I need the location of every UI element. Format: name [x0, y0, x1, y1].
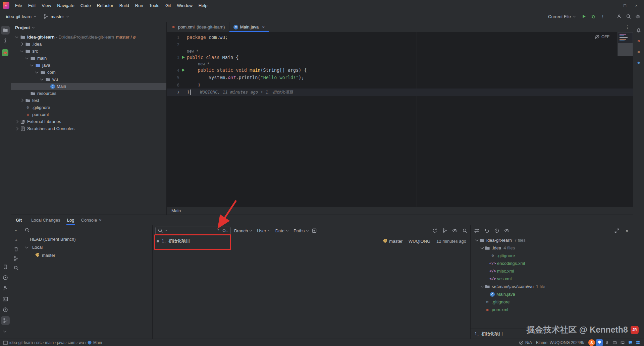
status-breadcrumb-main[interactable]: CMain	[87, 340, 102, 345]
git-button[interactable]	[1, 316, 10, 325]
regex-toggle[interactable]: *	[217, 228, 220, 233]
breadcrumb-item-main[interactable]: Main	[171, 208, 181, 213]
keyboard-icon[interactable]	[611, 339, 618, 346]
chevron-down-icon[interactable]	[25, 245, 29, 248]
filter-dropdown-branch[interactable]: Branch	[234, 228, 252, 233]
inline-blame-hint[interactable]: WUQIONG, 11 minutes ago • 1、初始化项目	[200, 90, 293, 95]
add-icon[interactable]: +	[13, 237, 19, 242]
menu-build[interactable]: Build	[116, 2, 132, 9]
refresh-icon[interactable]	[432, 228, 437, 233]
commit-file-gitignore[interactable]: ⊘.gitignore	[471, 298, 633, 306]
commit-file-encodings-xml[interactable]: </>encodings.xml	[471, 260, 633, 267]
collaborate-icon[interactable]	[616, 14, 622, 19]
image-icon[interactable]	[619, 339, 626, 346]
chevron-down-icon[interactable]	[475, 238, 479, 241]
commit-file-vcs-xml[interactable]: </>vcs.xml	[471, 275, 633, 283]
git-tab-local-changes[interactable]: Local Changes	[28, 215, 64, 225]
project-tree-item-wu[interactable]: wu	[11, 76, 166, 83]
chevron-right-icon[interactable]	[20, 99, 23, 102]
close-icon[interactable]: ×	[624, 228, 630, 233]
start-grid-icon[interactable]	[635, 339, 641, 346]
maximize-icon[interactable]: □	[619, 1, 631, 10]
menu-git[interactable]: Git	[162, 2, 174, 9]
chevron-down-icon[interactable]	[15, 35, 18, 38]
menu-view[interactable]: View	[39, 2, 54, 9]
status-breadcrumb-java[interactable]: java	[57, 340, 64, 345]
maven-button[interactable]: m	[634, 37, 643, 45]
branch-widget[interactable]: master	[41, 12, 71, 20]
filter-dropdown-paths[interactable]: Paths	[293, 228, 308, 233]
database-button[interactable]: ●	[634, 47, 643, 56]
filter-dropdown-user[interactable]: User	[257, 228, 270, 233]
search-icon[interactable]	[626, 14, 631, 19]
chevron-more-button[interactable]	[1, 327, 10, 336]
more-vertical-icon[interactable]: ⋮	[600, 14, 605, 19]
chevron-right-icon[interactable]	[20, 43, 23, 46]
menu-window[interactable]: Window	[174, 2, 196, 9]
code-editor[interactable]: OFF 1package com.wu;2new *3public class …	[167, 32, 633, 207]
bookmarks-button[interactable]	[1, 263, 10, 271]
menu-file[interactable]: File	[12, 2, 25, 9]
chevron-right-icon[interactable]	[15, 127, 18, 130]
close-tab-icon[interactable]: ×	[262, 24, 265, 30]
editor-tab-main-java[interactable]: CMain.java×	[229, 22, 269, 32]
commit-row[interactable]: 1、初始化项目masterWUQIONG12 minutes ago	[153, 236, 470, 246]
git-inlay-hint[interactable]: new *	[198, 62, 210, 66]
preview-icon[interactable]	[504, 228, 509, 233]
minimize-icon[interactable]: –	[608, 1, 619, 10]
delete-icon[interactable]	[13, 246, 19, 252]
run-configuration-selector[interactable]: Current File	[545, 13, 578, 20]
project-tree-item-external-libraries[interactable]: External Libraries	[11, 118, 166, 125]
status-breadcrumb-src[interactable]: src	[36, 340, 42, 345]
status-breadcrumb-com[interactable]: com	[68, 340, 75, 345]
chat-icon[interactable]	[627, 339, 634, 346]
commit-file-idea-git-learn[interactable]: idea-git-learn7 files	[471, 236, 633, 244]
project-tree-item-test[interactable]: test	[11, 97, 166, 104]
settings-icon[interactable]	[635, 14, 641, 19]
chevron-down-icon[interactable]	[30, 63, 34, 66]
chevron-down-icon[interactable]	[35, 70, 39, 73]
menu-refactor[interactable]: Refactor	[94, 2, 116, 9]
expand-icon[interactable]	[614, 228, 620, 233]
project-tree-item-scratches-and-consoles[interactable]: Scratches and Consoles	[11, 125, 166, 132]
branch-icon[interactable]	[13, 256, 19, 261]
commit-file-misc-xml[interactable]: </>misc.xml	[471, 267, 633, 275]
run-line-icon[interactable]	[180, 67, 186, 73]
compare-branches-icon[interactable]	[442, 228, 447, 233]
menu-code[interactable]: Code	[77, 2, 94, 9]
chevron-down-icon[interactable]	[25, 56, 29, 59]
branch-item-head[interactable]: HEAD (Current Branch)	[21, 235, 152, 243]
run-icon[interactable]	[581, 14, 587, 19]
menu-run[interactable]: Run	[132, 2, 146, 9]
blame-status[interactable]: Blame: WUQIONG 2024/9/	[536, 340, 584, 345]
open-new-tab-icon[interactable]	[312, 228, 317, 233]
commit-branch-tag[interactable]: master	[382, 238, 402, 244]
build-button[interactable]	[1, 284, 10, 293]
mic-icon[interactable]	[604, 339, 610, 346]
commit-file-pom-xml[interactable]: mpom.xml	[471, 306, 633, 313]
sogou-icon[interactable]: S	[588, 339, 595, 346]
menu-navigate[interactable]: Navigate	[54, 2, 77, 9]
git-tab-console[interactable]: Console×	[78, 215, 105, 225]
match-case-toggle[interactable]: Cc	[221, 228, 228, 233]
run-gutter[interactable]	[179, 67, 187, 73]
project-tree-item-main[interactable]: CMain	[11, 83, 166, 90]
chevron-down-icon[interactable]	[20, 49, 23, 52]
find-icon[interactable]	[462, 228, 468, 233]
run-line-icon[interactable]	[180, 55, 186, 60]
commit-file-gitignore[interactable]: ⊘.gitignore	[471, 252, 633, 260]
branch-item-master[interactable]: master	[21, 251, 152, 259]
problems-button[interactable]	[1, 305, 10, 314]
git-tab-log[interactable]: Log	[64, 215, 78, 225]
project-tree-item-resources[interactable]: resources	[11, 90, 166, 97]
history-icon[interactable]	[494, 228, 499, 233]
search-icon[interactable]	[13, 265, 19, 271]
menu-edit[interactable]: Edit	[25, 2, 39, 9]
compare-icon[interactable]	[474, 228, 479, 233]
project-tree-item-java[interactable]: java	[11, 62, 166, 69]
project-tree-item-idea-git-learn[interactable]: idea-git-learn - D:\Idea\Project\idea-gi…	[11, 34, 166, 41]
project-tree-item-idea[interactable]: .idea	[11, 41, 166, 48]
commit-graph-button[interactable]	[1, 37, 10, 45]
branch-group-local[interactable]: Local	[21, 243, 152, 251]
chevron-down-icon[interactable]	[481, 246, 484, 249]
